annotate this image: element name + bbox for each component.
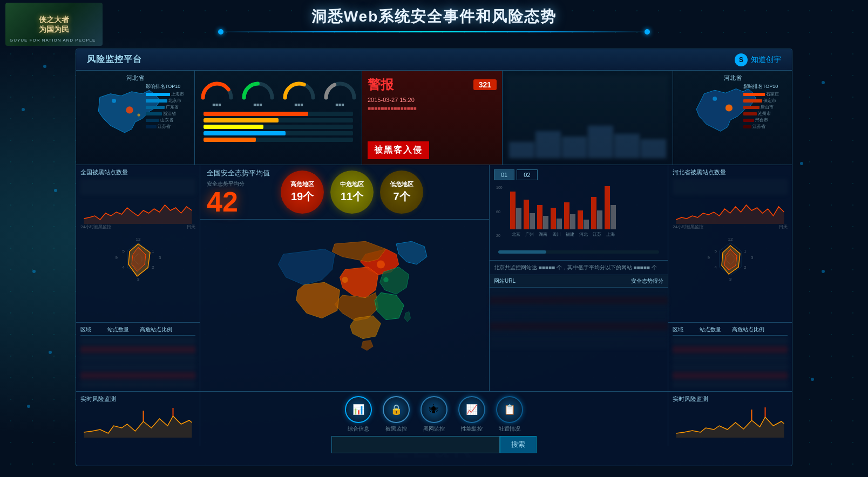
btn-tabs[interactable]: 01 02 [494, 169, 663, 180]
right-top-mid: 01 02 100 60 20 [490, 165, 668, 261]
sparkline-big-left-svg [80, 405, 195, 438]
bar-fill [570, 214, 575, 229]
icon-circle-performance[interactable]: 📈 [458, 396, 485, 423]
center-main: 全国安全态势平均值 安全态势平均分 42 高危地区 19个 中危地区 11个 低… [200, 165, 490, 391]
top10-item-r: 沧州市 [743, 111, 786, 117]
alert-title: 警报 [368, 76, 394, 93]
table-row [80, 337, 195, 345]
bar-city-fujian: 福建 [566, 231, 574, 237]
net-node [43, 65, 46, 68]
url-row [490, 305, 668, 314]
bar-fill [510, 192, 516, 229]
bar-group-hebei: 河北 [578, 210, 589, 237]
left-top: 全国被黑站点数量 24小时被黑监控 日天 [76, 165, 200, 323]
icon-hacked[interactable]: 🔒 被黑监控 [383, 396, 410, 433]
gauge-label-4: ■■■ [335, 102, 344, 107]
table-row-r [673, 355, 788, 362]
gauge-label-3: ■■■ [294, 102, 303, 107]
radar-container-right: 12 1 2 3 4 5 9 3 [673, 232, 788, 297]
net-node [800, 162, 803, 165]
alert-time: 2015-03-27 15:20 [368, 97, 497, 103]
svg-marker-36 [84, 416, 192, 438]
prog-bar-row [204, 118, 353, 122]
gauge-row: ■■■ ■■■ ■■■ [199, 75, 357, 107]
top10-item-r: 石家庄 [743, 91, 786, 97]
alert-url: ■■■■■■■■■■■■■■■ [368, 105, 497, 111]
gauge-svg-2 [240, 75, 276, 102]
day-label: 日天 [187, 224, 195, 230]
mid-risk-label: 中危地区 [340, 180, 364, 188]
bar-city-jiangsu: 江苏 [593, 231, 601, 237]
net-node [49, 351, 52, 354]
prog-bar-row [204, 112, 353, 116]
icon-status[interactable]: 📋 社置情况 [496, 396, 523, 433]
icon-circle-comprehensive[interactable]: 📊 [345, 396, 372, 423]
bar-group-guangzhou: 广州 [524, 200, 535, 237]
blur-bar [509, 142, 534, 158]
mid-risk-bubble: 中危地区 11个 [330, 171, 374, 214]
high-risk-bubble: 高危地区 19个 [281, 171, 324, 214]
top10-item-r: 唐山市 [743, 104, 786, 110]
security-section-title: 全国安全态势平均值 [207, 168, 270, 178]
bar-fill [597, 210, 602, 229]
radar-svg-left: 12 1 2 3 4 5 9 3 [106, 232, 171, 297]
company-logo: S 知道创宇 [735, 53, 781, 66]
prog-bar-bg [204, 112, 353, 116]
gauge-3: ■■■ [281, 75, 317, 107]
bar-city-hebei: 河北 [579, 231, 588, 237]
table-row-r [673, 372, 788, 379]
gauge-svg-4 [322, 75, 358, 102]
url-row [490, 331, 668, 339]
top-middle [503, 71, 673, 165]
tab-01[interactable]: 01 [494, 169, 514, 180]
svg-point-19 [376, 260, 384, 268]
scrollbar-hint [498, 250, 659, 254]
svg-point-0 [126, 106, 133, 113]
alert-header-row: 警报 321 [368, 76, 497, 93]
svg-text:12: 12 [728, 237, 733, 242]
table-area-left: 区域 站点数量 高危站点比例 [76, 323, 200, 391]
radar-svg-right: 12 1 2 3 4 5 9 3 [698, 232, 763, 297]
gauge-2: ■■■ [240, 75, 276, 107]
net-node [822, 81, 825, 84]
top10-item: 广东省 [146, 104, 189, 110]
search-button[interactable]: 搜索 [500, 436, 537, 453]
blur-bar [641, 139, 666, 158]
icon-darknet[interactable]: 🕷 黑网监控 [421, 396, 447, 433]
search-input[interactable] [331, 436, 500, 453]
prog-bar-bg [204, 138, 353, 142]
icon-comprehensive[interactable]: 📊 综合信息 [345, 396, 372, 433]
score-col-header: 安全态势得分 [620, 277, 663, 285]
tab-02[interactable]: 02 [517, 169, 537, 180]
radar-container-left: 12 1 2 3 4 5 9 3 [80, 232, 195, 297]
url-col-header: 网站URL [494, 277, 620, 285]
gauge-svg-3 [281, 75, 317, 102]
bar-fill [551, 208, 556, 229]
icon-circle-darknet[interactable]: 🕷 [421, 396, 447, 423]
table-row [80, 346, 195, 353]
bar-city-beijing: 北京 [512, 231, 520, 237]
gauge-label-2: ■■■ [253, 102, 262, 107]
col-ratio-r: 高危站点比例 [732, 326, 788, 333]
dashboard: 风险监控平台 S 知道创宇 河北省 影响排名TOP10 上海市 [76, 49, 792, 466]
top-logo: 侠之大者 为国为民 GUYUE FOR NATION AND PEOPLE [0, 0, 119, 49]
sparkline-left [80, 197, 195, 224]
bar-group-fujian: 福建 [564, 202, 575, 237]
top10-item: 上海市 [146, 91, 189, 97]
icon-circle-hacked[interactable]: 🔒 [383, 396, 410, 423]
icon-performance[interactable]: 📈 性能监控 [458, 396, 485, 433]
col-region-r: 区域 [673, 326, 700, 333]
map-container-left: 影响排名TOP10 上海市 北京市 广东省 浙江省 山东省 江苏省 [79, 83, 191, 140]
right-far-panel: 河北省被黑站点数量 24小时被黑监控 日天 [668, 165, 792, 391]
svg-text:4: 4 [714, 265, 717, 270]
blur-bar [562, 137, 587, 158]
title-line [218, 31, 650, 32]
sparkline-big-right [673, 405, 788, 438]
bar-fill [543, 216, 548, 229]
svg-text:5: 5 [122, 249, 125, 254]
sparkline-right [673, 197, 788, 224]
bar-fill [564, 202, 569, 229]
icon-circle-status[interactable]: 📋 [496, 396, 523, 423]
top10-item: 山东省 [146, 117, 189, 123]
blur-bar [588, 126, 613, 158]
